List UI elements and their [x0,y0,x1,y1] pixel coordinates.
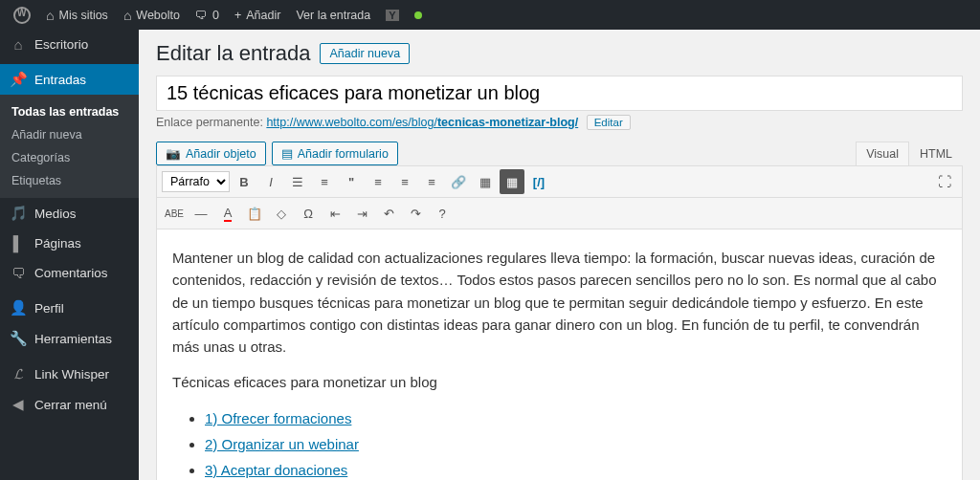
sidebar-label: Medios [34,207,77,221]
wrench-icon: 🔧 [10,330,27,347]
add-label: Añadir [246,9,280,22]
form-icon: ▤ [281,146,293,161]
edit-slug-button[interactable]: Editar [587,115,631,130]
comment-icon: 🗨 [195,9,208,22]
sidebar-item-dashboard[interactable]: ⌂Escritorio [0,30,139,59]
sidebar-item-tools[interactable]: 🔧Herramientas [0,323,139,354]
view-post[interactable]: Ver la entrada [288,9,378,22]
more-button[interactable]: ▦ [473,169,498,194]
camera-icon: 📷 [166,146,181,161]
editor-toolbar-2: ABE — A 📋 ◇ Ω ⇤ ⇥ ↶ ↷ ? [157,198,962,229]
align-left-button[interactable]: ≡ [366,169,390,194]
submenu-tags[interactable]: Etiquetas [0,169,139,192]
submenu-add-new[interactable]: Añadir nueva [0,123,139,146]
textcolor-button[interactable]: A [215,201,240,226]
fullscreen-button[interactable]: ⛶ [932,169,957,194]
special-char-button[interactable]: Ω [296,201,321,226]
list-item[interactable]: 1) Ofrecer formaciones [205,407,947,429]
submenu-categories[interactable]: Categorías [0,146,139,169]
comments-count: 0 [212,9,219,22]
wordpress-icon [13,7,31,24]
sidebar-submenu-posts: Todas las entradas Añadir nueva Categorí… [0,95,139,198]
editor-toolbar-1: Párrafo B I ☰ ≡ " ≡ ≡ ≡ 🔗 ▦ ▦ [/] ⛶ [157,166,962,198]
site-link[interactable]: ⌂Webolto [116,8,188,23]
paste-button[interactable]: 📋 [242,201,267,226]
view-label: Ver la entrada [296,9,370,22]
undo-button[interactable]: ↶ [376,201,401,226]
help-button[interactable]: ? [430,201,455,226]
outdent-button[interactable]: ⇤ [323,201,347,226]
dashboard-icon: ⌂ [10,36,27,53]
sidebar-label: Cerrar menú [34,398,107,412]
add-media-button[interactable]: 📷Añadir objeto [156,142,266,165]
plus-icon: + [234,9,241,22]
content-paragraph: Mantener un blog de calidad con actualiz… [172,247,947,358]
post-title-input[interactable] [156,76,963,111]
link-button[interactable]: 🔗 [446,169,471,194]
permalink-label: Enlace permanente: [156,116,263,129]
sidebar-item-linkwhisper[interactable]: 𝓛Link Whisper [0,359,139,389]
media-icon: 🎵 [10,205,27,222]
wp-logo-menu[interactable] [6,7,38,24]
italic-button[interactable]: I [258,169,283,194]
editor-container: Párrafo B I ☰ ≡ " ≡ ≡ ≡ 🔗 ▦ ▦ [/] ⛶ ABE … [156,165,963,480]
sidebar-label: Páginas [34,236,81,251]
bold-button[interactable]: B [232,169,256,194]
comments-icon: 🗨 [10,265,27,281]
redo-button[interactable]: ↷ [403,201,428,226]
sidebar-item-profile[interactable]: 👤Perfil [0,293,139,323]
editor-content[interactable]: Mantener un blog de calidad con actualiz… [157,229,962,480]
home-icon: ⌂ [46,8,54,23]
sidebar-label: Link Whisper [34,367,109,382]
quote-button[interactable]: " [339,169,364,194]
collapse-icon: ◀ [10,396,27,413]
sidebar-item-media[interactable]: 🎵Medios [0,198,139,229]
yoast-icon: Y [386,10,398,21]
sidebar-label: Comentarios [34,266,108,280]
content-subtitle: Técnicas eficaces para monetizar un blog [172,371,947,393]
permalink-slug: tecnicas-monetizar-blog/ [437,116,578,129]
main-content: Editar la entrada Añadir nueva Enlace pe… [139,30,980,480]
sidebar-label: Herramientas [34,332,112,346]
permalink-base: http://www.webolto.com/es/blog/ [266,116,437,129]
align-center-button[interactable]: ≡ [392,169,417,194]
status-icon [414,11,422,19]
strikethrough-button[interactable]: ABE [162,201,187,226]
permalink-link[interactable]: http://www.webolto.com/es/blog/tecnicas-… [266,116,578,129]
submenu-all-posts[interactable]: Todas las entradas [0,100,139,123]
list-item[interactable]: 3) Aceptar donaciones [205,459,947,480]
sidebar-collapse[interactable]: ◀Cerrar menú [0,389,139,420]
comments-link[interactable]: 🗨0 [188,9,227,22]
format-select[interactable]: Párrafo [162,171,230,192]
link-icon: 𝓛 [10,365,27,382]
yoast-menu[interactable]: Y [378,10,406,21]
toolbar-toggle-button[interactable]: ▦ [500,169,524,194]
content-list: 1) Ofrecer formaciones 2) Organizar un w… [172,407,947,481]
admin-toolbar: ⌂Mis sitios ⌂Webolto 🗨0 +Añadir Ver la e… [0,0,980,30]
add-new[interactable]: +Añadir [227,9,288,22]
shortcode-button[interactable]: [/] [526,169,551,194]
clear-button[interactable]: ◇ [269,201,294,226]
ol-button[interactable]: ≡ [312,169,337,194]
status-dot [407,11,430,19]
sidebar-label: Entradas [34,73,86,87]
indent-button[interactable]: ⇥ [349,201,374,226]
list-item[interactable]: 2) Organizar un webinar [205,433,947,455]
sidebar-item-pages[interactable]: ▌Páginas [0,229,139,258]
my-sites[interactable]: ⌂Mis sitios [38,8,116,23]
add-new-button[interactable]: Añadir nueva [320,43,410,64]
sidebar-item-posts[interactable]: 📌Entradas [0,64,139,95]
pages-icon: ▌ [10,235,27,251]
ul-button[interactable]: ☰ [285,169,310,194]
add-form-button[interactable]: ▤Añadir formulario [272,142,398,165]
add-media-label: Añadir objeto [186,147,256,161]
site-name-label: Webolto [136,9,180,22]
page-heading: Editar la entrada [156,41,310,66]
tab-html[interactable]: HTML [909,142,963,165]
hr-button[interactable]: — [189,201,213,226]
sidebar-label: Perfil [34,301,64,316]
align-right-button[interactable]: ≡ [419,169,444,194]
sidebar-item-comments[interactable]: 🗨Comentarios [0,258,139,288]
permalink-row: Enlace permanente: http://www.webolto.co… [156,115,963,130]
tab-visual[interactable]: Visual [856,142,909,165]
